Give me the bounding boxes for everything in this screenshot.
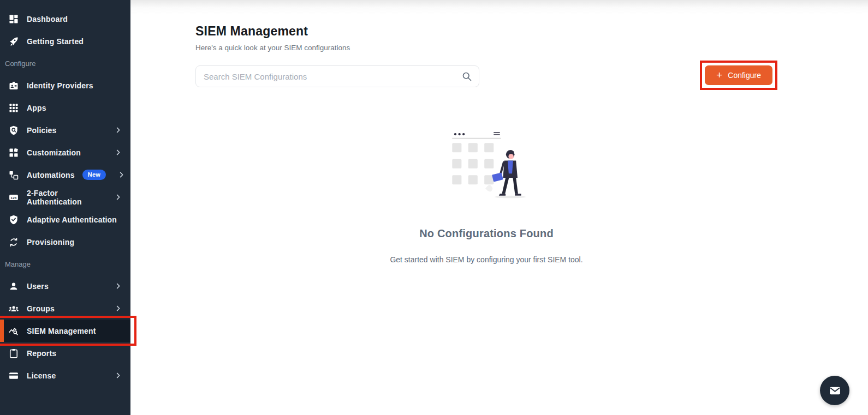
sidebar-item-label: Identity Providers	[27, 81, 93, 90]
toolbar-row: + Configure	[195, 65, 777, 90]
search-box	[195, 65, 479, 87]
sidebar-item-label: 2-Factor Authentication	[27, 189, 107, 206]
sidebar-item-groups[interactable]: Groups	[0, 297, 130, 320]
users-group-icon	[8, 303, 19, 314]
main-content: SIEM Management Here's a quick look at y…	[130, 0, 868, 415]
chevron-right-icon	[115, 149, 122, 156]
sidebar-item-reports[interactable]: Reports	[0, 342, 130, 364]
search-input[interactable]	[195, 65, 479, 87]
sidebar-item-label: Policies	[27, 126, 57, 135]
sidebar-item-label: Adaptive Authentication	[27, 215, 117, 224]
ground-blob	[485, 185, 492, 191]
empty-state: No Configurations Found Get started with…	[195, 126, 777, 264]
sidebar-item-siem-management[interactable]: SIEM Management	[0, 320, 130, 342]
configure-annotation-highlight: + Configure	[700, 61, 777, 90]
sidebar-item-license[interactable]: License	[0, 364, 130, 387]
sidebar-item-provisioning[interactable]: Provisioning	[0, 231, 130, 253]
sidebar-item-automations[interactable]: Automations New	[0, 164, 130, 186]
sidebar-item-label: Reports	[27, 349, 56, 358]
sync-icon	[8, 237, 19, 248]
sidebar-item-label: Dashboard	[27, 15, 68, 23]
sidebar-item-label: Groups	[27, 304, 55, 313]
sidebar-item-label: SIEM Management	[27, 327, 96, 335]
chevron-right-icon	[115, 127, 122, 134]
plus-icon: +	[716, 70, 722, 80]
automations-icon	[8, 170, 19, 181]
search-icon[interactable]	[461, 71, 472, 82]
sidebar-item-getting-started[interactable]: Getting Started	[0, 30, 130, 52]
shield-policy-icon	[8, 125, 19, 136]
sidebar-item-adaptive-authentication[interactable]: Adaptive Authentication	[0, 208, 130, 231]
contact-support-button[interactable]	[820, 376, 849, 405]
window-bar	[452, 133, 501, 138]
sidebar-item-label: Apps	[27, 104, 46, 112]
svg-text:123: 123	[11, 195, 17, 199]
page-subtitle: Here's a quick look at your SIEM configu…	[195, 44, 777, 52]
sidebar-section-configure: Configure	[0, 52, 130, 74]
otp-123-icon: 123	[8, 192, 19, 203]
sidebar: Dashboard Getting Started Configure Iden…	[0, 0, 130, 415]
configure-button-label: Configure	[728, 71, 761, 80]
rocket-icon	[8, 36, 19, 47]
page-title: SIEM Management	[195, 24, 777, 39]
shield-check-icon	[8, 214, 19, 225]
envelope-icon	[828, 384, 842, 398]
sidebar-item-policies[interactable]: Policies	[0, 119, 130, 141]
empty-state-title: No Configurations Found	[195, 227, 777, 240]
sidebar-item-label: Customization	[27, 148, 81, 157]
configure-button[interactable]: + Configure	[705, 65, 772, 85]
clipboard-icon	[8, 348, 19, 359]
sidebar-item-dashboard[interactable]: Dashboard	[0, 8, 130, 30]
apps-grid-icon	[8, 103, 19, 113]
chevron-right-icon	[115, 194, 122, 201]
placeholder-grid	[452, 143, 494, 184]
customization-icon	[8, 147, 19, 158]
id-badge-icon	[8, 80, 19, 91]
chevron-right-icon	[115, 372, 122, 379]
sidebar-item-2fa[interactable]: 123 2-Factor Authentication	[0, 186, 130, 208]
sidebar-item-label: Provisioning	[27, 238, 74, 246]
sidebar-item-label: Users	[27, 282, 49, 291]
sidebar-section-manage: Manage	[0, 253, 130, 275]
empty-state-subtitle: Get started with SIEM by configuring you…	[195, 255, 777, 264]
sidebar-item-label: Automations	[27, 171, 75, 179]
new-badge: New	[82, 170, 106, 180]
sidebar-item-apps[interactable]: Apps	[0, 97, 130, 119]
sidebar-item-users[interactable]: Users	[0, 275, 130, 297]
chevron-right-icon	[115, 305, 122, 312]
sidebar-item-label: License	[27, 371, 56, 380]
empty-config-illustration	[435, 126, 538, 207]
chevron-right-icon	[118, 171, 125, 178]
sidebar-item-identity-providers[interactable]: Identity Providers	[0, 74, 130, 97]
credit-card-icon	[8, 370, 19, 381]
ground-shadow	[495, 196, 526, 199]
person-figure	[492, 150, 521, 195]
chart-search-icon	[8, 326, 19, 336]
sidebar-item-label: Getting Started	[27, 37, 84, 46]
user-icon	[8, 281, 19, 292]
chevron-right-icon	[115, 282, 122, 290]
sidebar-item-customization[interactable]: Customization	[0, 141, 130, 164]
dashboard-icon	[8, 14, 19, 25]
